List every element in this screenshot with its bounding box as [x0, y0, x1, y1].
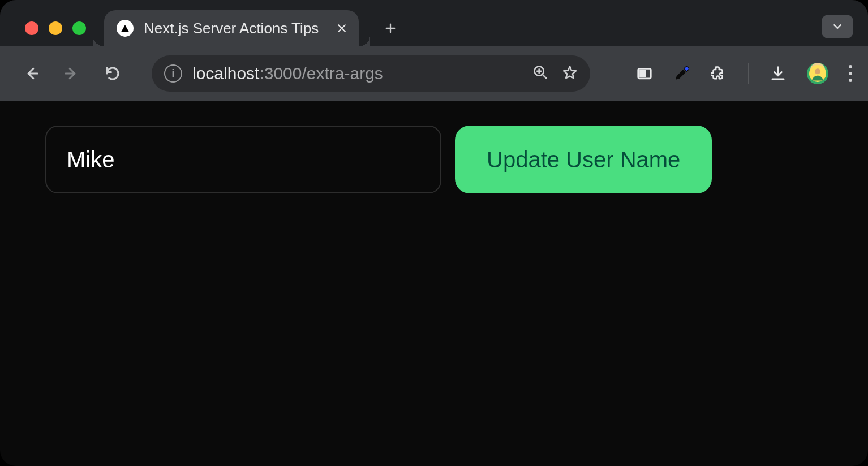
- update-user-name-button[interactable]: Update User Name: [455, 126, 712, 193]
- window-controls: [25, 21, 86, 35]
- url-path: :3000/extra-args: [259, 64, 383, 83]
- address-bar[interactable]: i localhost:3000/extra-args: [152, 55, 590, 92]
- url-text: localhost:3000/extra-args: [192, 64, 383, 83]
- svg-rect-2: [641, 71, 646, 76]
- tab-close-button[interactable]: [336, 23, 347, 34]
- vercel-favicon-icon: [117, 20, 134, 37]
- tab-title: Next.js Server Actions Tips: [144, 20, 319, 37]
- extensions-icon[interactable]: [711, 65, 728, 82]
- profile-avatar[interactable]: [807, 63, 828, 84]
- browser-menu-button[interactable]: [849, 65, 852, 82]
- reading-mode-icon[interactable]: [636, 65, 653, 82]
- new-tab-button[interactable]: [377, 15, 404, 42]
- page-viewport: Update User Name: [0, 101, 868, 466]
- svg-point-4: [815, 68, 820, 74]
- zoom-icon[interactable]: [532, 64, 548, 83]
- window-close-button[interactable]: [25, 21, 38, 35]
- tab-dropdown-button[interactable]: [822, 15, 853, 38]
- downloads-icon[interactable]: [770, 65, 787, 82]
- site-info-icon[interactable]: i: [164, 64, 182, 83]
- tab-strip: Next.js Server Actions Tips: [0, 0, 868, 46]
- browser-tab[interactable]: Next.js Server Actions Tips: [104, 10, 359, 46]
- browser-window: Next.js Server Actions Tips i localhost:…: [0, 0, 868, 466]
- eyedropper-extension-icon[interactable]: [673, 65, 690, 82]
- toolbar-divider: [748, 63, 749, 84]
- toolbar-actions: [636, 63, 852, 84]
- window-maximize-button[interactable]: [72, 21, 86, 35]
- back-button[interactable]: [16, 58, 46, 89]
- reload-button[interactable]: [97, 58, 128, 89]
- update-name-form: Update User Name: [45, 126, 823, 193]
- name-input[interactable]: [45, 126, 441, 193]
- window-minimize-button[interactable]: [49, 21, 62, 35]
- url-host: localhost: [192, 64, 259, 83]
- bookmark-star-icon[interactable]: [562, 64, 578, 83]
- toolbar: i localhost:3000/extra-args: [0, 46, 868, 101]
- forward-button[interactable]: [57, 58, 87, 89]
